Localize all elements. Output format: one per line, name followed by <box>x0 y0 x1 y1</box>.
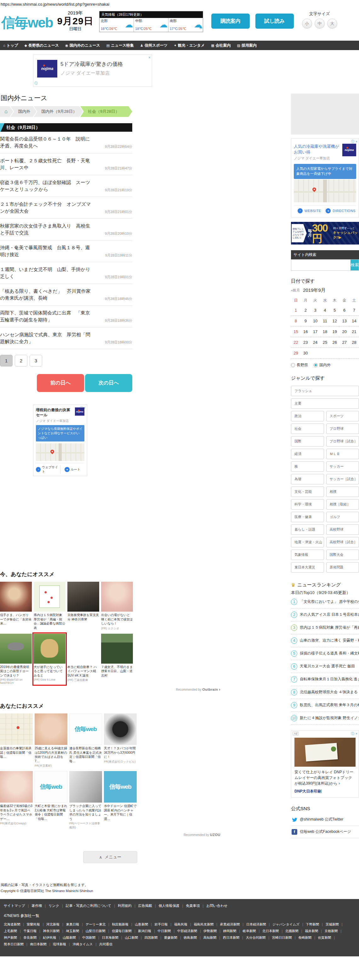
newspaper-link[interactable]: 高知新聞 <box>203 935 222 939</box>
calendar-day[interactable]: 28 <box>349 337 359 348</box>
genre-button[interactable]: サッカー［試合］ <box>326 474 359 484</box>
ranking-item[interactable]: 2米の人気アイス店 日本１号店松本に… <box>291 608 359 621</box>
newspaper-link[interactable]: 岩手日報 <box>155 922 174 926</box>
calendar-day[interactable]: 15 <box>291 326 301 337</box>
calendar-day[interactable]: 27 <box>340 337 349 348</box>
news-article-link[interactable]: 沖縄・奄美で暴風雨警戒 台風１８号、週明け接近 <box>0 244 94 258</box>
genre-button[interactable]: 主要 <box>291 398 359 409</box>
top-ad-banner[interactable]: × ⓘ nojima 5ドア冷蔵庫が驚きの価格 ノジマ ダイエー草加店 <box>33 54 152 87</box>
footer-link[interactable]: 広告掲載 <box>138 904 159 907</box>
newspaper-link[interactable]: 山形新聞 <box>135 922 154 926</box>
route-button[interactable]: ➜ ルート <box>60 465 85 474</box>
news-article-link[interactable]: ２１市が会計チェック不十分 オンブズマンが全国大会 <box>0 201 94 215</box>
newspaper-link[interactable]: デーリー東北 <box>86 922 112 926</box>
calendar-day[interactable]: 21 <box>349 326 359 337</box>
prev-month-link[interactable]: «前月 <box>291 288 300 293</box>
footer-link[interactable]: 記事・写真のご利用について <box>66 904 118 907</box>
genre-button[interactable]: フラッシュ <box>291 386 359 396</box>
twitter-link[interactable]: @shinmaiweb 公式Twitter <box>291 814 359 826</box>
calendar-day[interactable]: 24 <box>310 337 320 348</box>
genre-button[interactable]: 経済 <box>291 449 324 459</box>
calendar-day[interactable]: 8 <box>291 315 301 326</box>
calendar-day[interactable]: 4 <box>320 305 330 316</box>
recommend-card[interactable]: 犬が迷子になっていると思って近づいてみると(PR) Give It Love <box>34 634 65 685</box>
nav-item[interactable]: ▨採用案内 <box>237 43 257 48</box>
genre-button[interactable]: プロ野球［試合］ <box>326 436 359 447</box>
newspaper-link[interactable]: 中日新聞 <box>158 929 177 933</box>
calendar-day[interactable]: 12 <box>330 315 340 326</box>
calendar-day[interactable]: 10 <box>310 315 320 326</box>
footer-link[interactable]: リンク <box>49 904 66 907</box>
genre-button[interactable]: 暮らし・話題 <box>291 524 324 535</box>
newspaper-link[interactable]: 産業経済新聞 <box>220 922 246 926</box>
ranking-item[interactable]: 1「文化祭においでよ」 原中学校の生… <box>291 595 359 608</box>
calendar-day[interactable]: 30 <box>301 348 310 358</box>
newspaper-link[interactable]: 佐賀新聞 <box>318 935 337 939</box>
news-article-link[interactable]: ボート転覆、２５歳女性死亡 長野・天竜川、レース中 <box>0 157 94 171</box>
recommend-card[interactable]: 京急衝突事故を実況見分 神奈川県警 <box>67 582 99 630</box>
recommend-card[interactable]: ７歳女児、不明のまま捜索６日目、山梨・道志村 <box>101 634 133 685</box>
recommend-card[interactable]: 本当に軽自動車？ ハイパフォーマンス軽SUV eK X 誕生(PR) 三菱自動車 <box>67 634 99 685</box>
newspaper-link[interactable]: 紀伊民報 <box>43 935 63 939</box>
breadcrumb-item[interactable]: 国内外（9月28日） <box>34 106 83 117</box>
newspaper-link[interactable]: 日本経済新聞 <box>246 922 272 926</box>
font-size-option[interactable]: 中 <box>315 19 325 29</box>
news-article-link[interactable]: 「核ある限り、書くべきだ」 芥川賞作家の青来氏が講演、長崎 <box>0 288 94 302</box>
newspaper-link[interactable]: 新潟日報 <box>138 929 157 933</box>
newspaper-link[interactable]: 上毛新聞 <box>4 929 23 933</box>
ranking-item[interactable]: 10新たに４施設が監視対象 野生イノシ… <box>291 712 359 725</box>
recommend-card[interactable]: 全薬進出の事業計画承認｜信濃毎日新聞「信毎… <box>0 713 33 768</box>
genre-button[interactable]: サッカー <box>326 461 359 472</box>
genre-button[interactable]: 株 <box>291 461 324 472</box>
newspaper-link[interactable]: 岐阜新聞 <box>243 929 262 933</box>
calendar-day[interactable]: 23 <box>301 337 310 348</box>
genre-button[interactable]: 気象情報 <box>291 550 324 560</box>
nav-item[interactable]: ♟信州スポーツ <box>140 43 168 48</box>
dnp-ad[interactable]: Ad ⓘ × 安くて仕上がりキレイ DNPドリームレイヤーの高画質フォトブックが… <box>291 730 359 797</box>
footer-link[interactable]: サイトマップ <box>4 904 32 907</box>
page-button[interactable]: 1 <box>0 355 13 366</box>
newspaper-link[interactable]: 河北新報 <box>46 922 66 926</box>
recommend-card[interactable]: 25歳に見える44歳主婦は1200円の大豆素材の技術でおばさん顔を7…PR(大豆… <box>35 713 67 768</box>
calendar-day[interactable]: 20 <box>340 326 349 337</box>
newspaper-link[interactable]: 中部経済新聞 <box>177 929 203 933</box>
newspaper-link[interactable]: 伊勢新聞 <box>203 929 223 933</box>
footer-link[interactable]: 利用規約 <box>118 904 138 907</box>
trial-read-button[interactable]: 試し読み <box>256 14 294 29</box>
newspaper-link[interactable]: 西日本新聞 <box>223 935 246 939</box>
nav-item[interactable]: ▦会社案内 <box>211 43 230 48</box>
prev-day-button[interactable]: 前の日へ <box>37 374 84 392</box>
newspaper-link[interactable]: 宮崎日日新聞 <box>272 935 298 939</box>
genre-button[interactable]: 政治 <box>291 411 324 421</box>
genre-button[interactable]: スポーツ <box>326 411 359 421</box>
genre-button[interactable]: ゴルフ <box>326 512 359 522</box>
footer-link[interactable]: 著作権 <box>32 904 49 907</box>
newspaper-link[interactable]: 静岡新聞 <box>223 929 243 933</box>
breadcrumb-item[interactable]: 国内外 <box>10 106 37 117</box>
recommend-card[interactable]: 2019年の最優秀発明賞はこの新型ドローンで決まり？(PR) Blade720 … <box>0 634 32 685</box>
genre-button[interactable]: ＭＬＢ <box>326 449 359 459</box>
directions-button[interactable]: ➜ DIRECTIONS <box>325 208 356 213</box>
genre-button[interactable]: 社会 <box>291 423 324 434</box>
newspaper-link[interactable]: 大分合同新聞 <box>246 935 272 939</box>
genre-button[interactable]: プロ野球 <box>326 423 359 434</box>
newspaper-link[interactable]: 四国新聞 <box>145 935 164 939</box>
newspaper-link[interactable]: 埼玉新聞 <box>66 929 85 933</box>
shinmai-premium-banner[interactable]: 信毎プレミアムをNTTぷららで申し込むと 毎月 300円 20ヶ月間ず―っと キ… <box>291 222 359 245</box>
subscribe-button[interactable]: 購読案内 <box>211 14 250 29</box>
newspaper-link[interactable]: 茨城新聞 <box>326 922 345 926</box>
calendar-day[interactable]: 25 <box>320 337 330 348</box>
genre-button[interactable]: 国際 <box>291 436 324 447</box>
newspaper-link[interactable]: 北海道新聞 <box>4 922 27 926</box>
calendar-day[interactable]: 18 <box>320 326 330 337</box>
newspaper-link[interactable]: 長崎新聞 <box>298 935 318 939</box>
newspaper-link[interactable]: 徳島新聞 <box>184 935 203 939</box>
facebook-link[interactable]: f 信毎web 公式Facebookページ <box>291 826 359 838</box>
nav-item[interactable]: ✦観光・エンタメ <box>174 43 205 48</box>
newspaper-link[interactable]: 北日本新聞 <box>262 929 285 933</box>
breadcrumb-home[interactable]: ⌂ <box>0 106 13 117</box>
genre-button[interactable]: 医療・健康 <box>291 512 324 522</box>
newspaper-link[interactable]: 奈良新聞 <box>23 935 43 939</box>
ranking-item[interactable]: 9臥雲氏、出馬正式表明 来年３月の松… <box>291 699 359 712</box>
ranking-item[interactable]: 6天竜川カヌー大会 選手死亡 飯田 <box>291 660 359 673</box>
